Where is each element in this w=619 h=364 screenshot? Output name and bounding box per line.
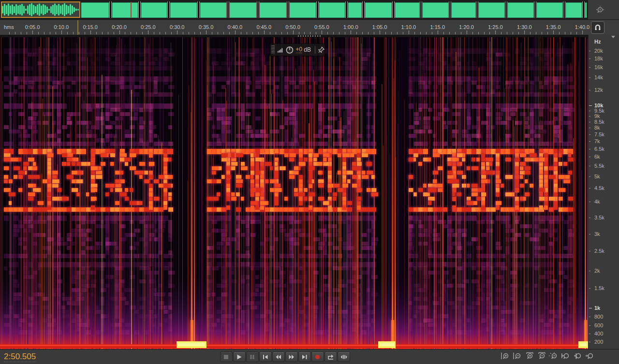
gain-knob-icon[interactable] xyxy=(286,46,294,54)
ruler-time-label: 0:50.0 xyxy=(285,24,300,30)
navigator-audio-segment[interactable] xyxy=(566,2,582,18)
ruler-tick xyxy=(218,32,218,34)
zoom-out-time-button[interactable] xyxy=(536,352,546,361)
navigator-playhead[interactable] xyxy=(131,2,132,17)
frequency-tick-label: 4k xyxy=(594,199,600,204)
ruler-tick xyxy=(385,32,386,34)
navigator-segment-gap xyxy=(286,1,290,18)
navigator-audio-segment[interactable] xyxy=(170,2,197,18)
levels-icon xyxy=(277,46,284,53)
timeline-ruler[interactable]: hms 0:05.00:10.00:15.00:20.00:25.00:30.0… xyxy=(0,19,619,35)
ruler-tick xyxy=(136,32,137,34)
hud-drag-handle-icon[interactable] xyxy=(271,45,275,54)
ruler-tick xyxy=(333,32,334,34)
navigator-audio-segment[interactable] xyxy=(81,2,109,18)
zoom-in-amplitude-button[interactable] xyxy=(500,352,510,361)
ruler-tick xyxy=(455,32,456,34)
ruler-time-label: 0:05.0 xyxy=(25,24,40,30)
ruler-tick xyxy=(241,32,241,34)
transport-skip-selection-button[interactable] xyxy=(338,351,350,362)
ruler-tick xyxy=(461,32,461,34)
navigator-zoom-reset-icon[interactable] xyxy=(595,5,605,15)
navigator-audio-segment[interactable] xyxy=(319,2,345,18)
zoom-navigator[interactable] xyxy=(0,0,588,19)
ruler-tick xyxy=(131,32,131,34)
ruler-time-label: 0:30.0 xyxy=(170,24,185,30)
ruler-tick xyxy=(559,32,560,34)
zoom-in-at-out-point-button[interactable] xyxy=(573,352,583,361)
navigator-audio-segment[interactable] xyxy=(348,2,362,18)
navigator-audio-segment[interactable] xyxy=(508,2,533,18)
navigator-audio-segment[interactable] xyxy=(112,2,138,18)
status-bar: 2:50.505 xyxy=(0,349,619,364)
playhead-timecode[interactable]: 2:50.505 xyxy=(4,352,36,362)
navigator-audio-segment[interactable] xyxy=(395,2,419,18)
navigator-audio-segment[interactable] xyxy=(365,2,392,18)
ruler-marker[interactable] xyxy=(77,20,78,35)
pin-icon[interactable] xyxy=(318,46,324,53)
navigator-audio-segment[interactable] xyxy=(141,2,167,18)
frequency-tick xyxy=(589,111,590,111)
navigator-audio-segment[interactable] xyxy=(200,2,226,18)
navigator-audio-segment[interactable] xyxy=(537,2,562,18)
transport-fast-forward-button[interactable] xyxy=(285,351,298,362)
frequency-tick-label: 3.5k xyxy=(594,215,604,220)
navigator-viewbox[interactable] xyxy=(1,1,80,18)
transport-skip-to-end-button[interactable] xyxy=(298,351,311,362)
gain-unit-label: dB xyxy=(304,46,311,53)
ruler-tick xyxy=(21,32,21,34)
transport-record-button[interactable] xyxy=(311,351,324,362)
ruler-tick xyxy=(582,30,583,34)
transport-rewind-button[interactable] xyxy=(272,351,285,362)
ruler-tick xyxy=(247,32,247,34)
ruler-tick xyxy=(316,32,316,34)
spectrogram-canvas[interactable] xyxy=(0,35,588,349)
zoom-reset-button[interactable] xyxy=(548,352,559,361)
navigator-audio-segment[interactable] xyxy=(585,2,587,18)
ruler-tick xyxy=(420,32,421,34)
zoom-navigator-row xyxy=(0,0,619,19)
snap-toggle-button[interactable] xyxy=(591,21,604,34)
navigator-audio-segment[interactable] xyxy=(479,2,504,18)
zoom-in-time-button[interactable] xyxy=(524,352,534,361)
ruler-tick xyxy=(27,32,27,34)
frequency-tick xyxy=(589,157,590,157)
transport-pause-button[interactable] xyxy=(246,351,259,362)
frequency-axis[interactable]: Hz 20k18k16k14k12k10k9.5k9k8.5k8k7.5k7k6… xyxy=(588,35,619,349)
frequency-tick xyxy=(589,234,590,234)
gain-value[interactable]: +0 xyxy=(296,46,303,53)
frequency-tick xyxy=(589,116,590,116)
ruler-tick xyxy=(148,30,148,34)
ruler-tick xyxy=(177,30,177,34)
ruler-time-label: 1:15.0 xyxy=(430,24,445,30)
ruler-tick xyxy=(571,32,571,34)
transport-stop-button[interactable] xyxy=(220,351,233,362)
zoom-out-amplitude-button[interactable] xyxy=(512,352,522,361)
navigator-audio-segment[interactable] xyxy=(423,2,448,18)
navigator-audio-segment[interactable] xyxy=(230,2,256,18)
transport-skip-to-start-button[interactable] xyxy=(259,351,272,362)
zoom-in-at-in-point-button[interactable] xyxy=(560,352,571,361)
axis-dropdown-caret-icon[interactable] xyxy=(611,36,615,38)
navigator-audio-segment[interactable] xyxy=(290,2,316,18)
navigator-segment-gap xyxy=(475,1,479,18)
frequency-tick-label: 6.5k xyxy=(594,146,604,152)
transport-play-button[interactable] xyxy=(233,351,246,362)
zoom-to-selection-button[interactable] xyxy=(585,352,595,361)
stop-icon xyxy=(223,354,230,360)
ruler-tick xyxy=(351,30,351,34)
fast-forward-icon xyxy=(288,354,295,360)
frequency-tick xyxy=(589,58,590,59)
zoom-in-at-out-point-icon xyxy=(573,352,582,362)
ruler-tick xyxy=(327,32,328,34)
navigator-audio-segment[interactable] xyxy=(260,2,286,18)
navigator-audio-segment[interactable] xyxy=(452,2,475,18)
ruler-tick xyxy=(44,32,44,34)
ruler-time-label: 0:15.0 xyxy=(83,24,98,30)
hud-dock-grip[interactable] xyxy=(298,35,321,37)
volume-hud[interactable]: +0 dB xyxy=(270,44,325,56)
ruler-time-label: 0:10.0 xyxy=(54,24,69,30)
frequency-tick-label: 12k xyxy=(594,87,603,93)
transport-loop-playback-button[interactable] xyxy=(324,351,337,362)
ruler-tick xyxy=(547,32,548,34)
